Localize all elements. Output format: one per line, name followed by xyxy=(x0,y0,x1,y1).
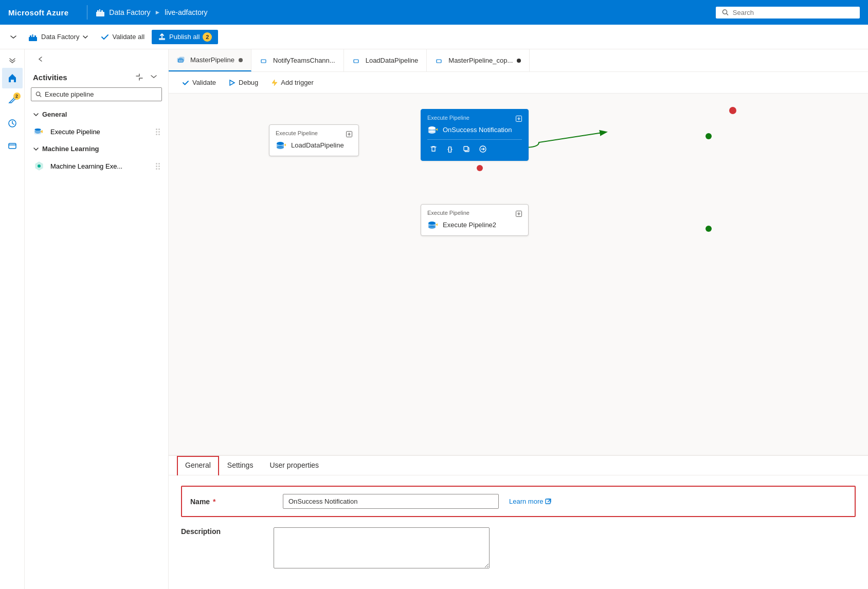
publish-badge: 2 xyxy=(203,32,212,42)
tab-settings[interactable]: Settings xyxy=(219,456,262,475)
expand-button[interactable] xyxy=(6,30,21,44)
collapse-all-button[interactable] xyxy=(133,71,146,83)
code-button[interactable]: {} xyxy=(444,143,456,155)
name-field-wrapper: Name * Learn more xyxy=(181,486,856,517)
activities-panel-expand[interactable] xyxy=(33,48,45,69)
tab-pipeline-icon-3 xyxy=(352,56,361,65)
svg-point-13 xyxy=(36,92,40,96)
search-input[interactable] xyxy=(733,9,854,16)
tab-masterpipeline-label: MasterPipeline xyxy=(190,56,234,64)
section-general[interactable]: General xyxy=(25,107,168,121)
tab-notifyteams[interactable]: NotifyTeamsChann... xyxy=(251,49,344,71)
ml-drag-handle[interactable] xyxy=(156,163,160,170)
description-textarea[interactable] xyxy=(274,527,490,568)
bottom-content: Name * Learn more xyxy=(169,475,868,589)
name-input[interactable] xyxy=(283,494,499,509)
tab-user-properties[interactable]: User properties xyxy=(261,456,327,475)
debug-label: Debug xyxy=(239,79,258,86)
breadcrumb-chevron: ► xyxy=(154,9,160,16)
canvas-toolbar: Validate Debug Add trigger xyxy=(169,72,868,94)
activities-search-input[interactable] xyxy=(45,90,157,98)
publish-all-button[interactable]: Publish all 2 xyxy=(152,30,218,44)
data-factory-button[interactable]: Data Factory xyxy=(23,29,94,45)
search-box[interactable] xyxy=(716,7,860,19)
publish-icon xyxy=(158,33,166,41)
svg-rect-3 xyxy=(101,10,103,12)
tab-modified-dot-1 xyxy=(239,58,243,62)
sidebar-expand-button[interactable] xyxy=(2,53,23,66)
tab-pipeline-icon-1 xyxy=(177,56,186,65)
error-indicator-top xyxy=(729,107,736,114)
chevron-down-icon xyxy=(33,112,39,118)
factory-toolbar-icon xyxy=(28,32,38,42)
svg-rect-0 xyxy=(96,12,104,16)
section-ml-label: Machine Learning xyxy=(42,145,99,153)
top-divider xyxy=(87,5,87,20)
bottom-tabs: General Settings User properties xyxy=(169,456,868,475)
node2-icon xyxy=(427,124,439,135)
tab-general[interactable]: General xyxy=(177,456,219,475)
factory-icon xyxy=(96,8,105,17)
learn-more-link[interactable]: Learn more xyxy=(509,498,551,505)
add-trigger-button[interactable]: Add trigger xyxy=(265,77,319,88)
tab-pipeline-icon-2 xyxy=(260,56,269,65)
node-executepipeline2[interactable]: Execute Pipeline Execute Pipeline2 xyxy=(421,204,529,236)
sidebar-edit-icon[interactable]: 2 xyxy=(2,90,23,111)
sidebar-manage-icon[interactable] xyxy=(2,136,23,156)
secondary-toolbar: Data Factory Validate all Publish all 2 xyxy=(0,25,868,49)
top-bar: Microsoft Azure Data Factory ► live-adfa… xyxy=(0,0,868,25)
sidebar-home-icon[interactable] xyxy=(2,68,23,88)
edit-badge: 2 xyxy=(13,93,21,100)
breadcrumb-instance[interactable]: live-adfactory xyxy=(165,8,207,16)
svg-point-29 xyxy=(706,226,712,232)
svg-line-14 xyxy=(40,95,41,97)
expand-all-button[interactable] xyxy=(148,71,160,83)
delete-button[interactable] xyxy=(427,143,440,155)
activity-execute-pipeline[interactable]: Execute Pipeline xyxy=(25,121,168,142)
svg-rect-2 xyxy=(99,9,100,12)
tab-masterpipeline-copy[interactable]: MasterPipeline_cop... xyxy=(427,49,530,71)
node2-body: OnSuccess Notification xyxy=(427,124,522,135)
learn-more-label: Learn more xyxy=(509,498,543,505)
arrow-button[interactable] xyxy=(477,143,489,155)
node-loaddatapipeline[interactable]: Execute Pipeline LoadDataPipeline xyxy=(269,124,359,156)
svg-rect-24 xyxy=(437,60,441,63)
name-field-label: Name * xyxy=(190,498,283,506)
svg-rect-7 xyxy=(30,35,31,38)
section-ml[interactable]: Machine Learning xyxy=(25,142,168,156)
node2-header: Execute Pipeline xyxy=(427,115,522,121)
svg-rect-23 xyxy=(354,60,358,63)
search-icon xyxy=(722,9,729,16)
node2-expand-btn[interactable] xyxy=(514,114,524,124)
node1-expand-btn[interactable] xyxy=(344,129,354,139)
tab-user-properties-label: User properties xyxy=(269,461,319,469)
svg-point-27 xyxy=(477,165,483,171)
activities-search-box[interactable] xyxy=(31,87,162,101)
svg-rect-6 xyxy=(29,37,37,41)
copy-button[interactable] xyxy=(460,143,473,155)
brand-label: Microsoft Azure xyxy=(8,8,68,17)
drag-handle[interactable] xyxy=(156,128,160,135)
breadcrumb-factory[interactable]: Data Factory xyxy=(109,8,150,16)
tab-loaddatapipeline-label: LoadDataPipeline xyxy=(366,57,419,64)
activity-ml-execute[interactable]: Machine Learning Exe... xyxy=(25,156,168,176)
svg-rect-12 xyxy=(9,143,16,149)
node3-expand-btn[interactable] xyxy=(514,209,524,219)
checkmark-icon xyxy=(182,79,189,86)
debug-button[interactable]: Debug xyxy=(223,77,263,88)
node1-body: LoadDataPipeline xyxy=(276,139,352,151)
execute-pipeline-label: Execute Pipeline xyxy=(50,128,100,136)
tab-loaddatapipeline[interactable]: LoadDataPipeline xyxy=(344,49,427,71)
canvas-area[interactable]: Execute Pipeline LoadDataPipeline xyxy=(169,94,868,455)
add-trigger-label: Add trigger xyxy=(281,79,314,86)
validate-button[interactable]: Validate xyxy=(177,77,221,88)
content-area: MasterPipeline NotifyTeamsChann... LoadD… xyxy=(169,49,868,589)
left-sidebar: 2 xyxy=(0,49,25,589)
node-onsuccess[interactable]: Execute Pipeline OnSuccess Notification xyxy=(421,109,529,161)
tab-masterpipeline[interactable]: MasterPipeline xyxy=(169,49,251,71)
ml-icon xyxy=(33,160,45,172)
validate-all-button[interactable]: Validate all xyxy=(96,30,150,44)
svg-rect-45 xyxy=(546,499,550,504)
sidebar-monitor-icon[interactable] xyxy=(2,113,23,134)
tab-notifyteams-label: NotifyTeamsChann... xyxy=(273,57,335,64)
